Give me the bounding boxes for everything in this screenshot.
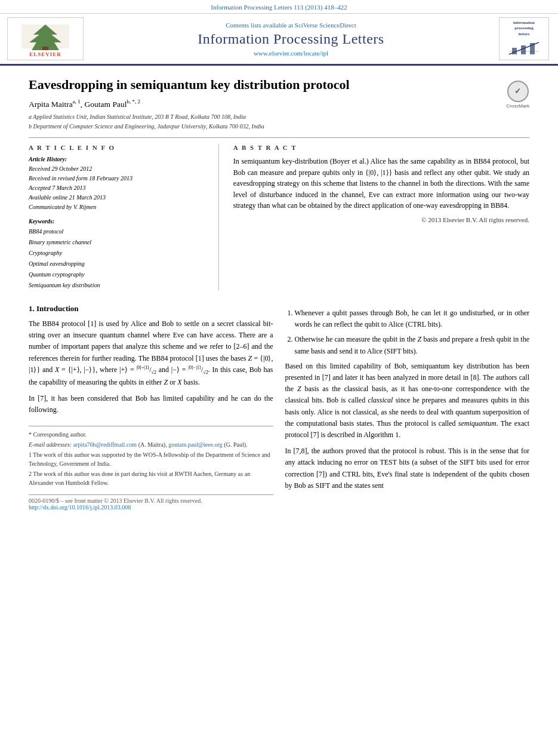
journal-top-bar: Information Processing Letters 113 (2013… bbox=[0, 0, 558, 14]
article-title: Eavesdropping in semiquantum key distrib… bbox=[29, 76, 529, 94]
list-item-2: Otherwise he can measure the qubit in th… bbox=[295, 334, 530, 357]
keywords-section: Keywords: BB84 protocol Binary symmetric… bbox=[29, 218, 209, 291]
author1-name: Arpita Maitra bbox=[29, 99, 73, 108]
kw4: Optimal eavesdropping bbox=[29, 259, 209, 269]
affil-a: a Applied Statistics Unit, Indian Statis… bbox=[29, 112, 529, 122]
svg-rect-7 bbox=[530, 43, 535, 54]
svg-rect-6 bbox=[521, 45, 526, 54]
crossmark-icon: ✓ bbox=[507, 81, 529, 102]
ipl-logo: informationprocessingletters bbox=[497, 17, 551, 60]
crossmark-label: CrossMark bbox=[506, 103, 529, 109]
article-info-heading: A R T I C L E I N F O bbox=[29, 144, 209, 151]
affil-b: b Department of Computer Science and Eng… bbox=[29, 122, 529, 131]
footer-doi[interactable]: http://dx.doi.org/10.1016/j.ipl.2013.03.… bbox=[29, 504, 273, 511]
intro-para2: In [7], it has been considered that Bob … bbox=[29, 393, 273, 416]
footnote-2: 2 The work of this author was done in pa… bbox=[29, 469, 273, 487]
footnote-1: 1 The work of this author was supported … bbox=[29, 450, 273, 468]
received-date: Received 29 October 2012 bbox=[29, 164, 209, 174]
email2[interactable]: goutam.paul@ieee.org bbox=[168, 441, 223, 448]
kw3: Cryptography bbox=[29, 248, 209, 259]
abstract-copyright: © 2013 Elsevier B.V. All rights reserved… bbox=[233, 216, 529, 223]
divider-1 bbox=[29, 137, 529, 138]
journal-center-info: Contents lists available at SciVerse Sci… bbox=[85, 21, 497, 57]
sciverse-link[interactable]: Contents lists available at SciVerse Sci… bbox=[85, 21, 497, 29]
journal-url[interactable]: www.elsevier.com/locate/ipl bbox=[85, 50, 497, 57]
journal-title: Information Processing Letters bbox=[85, 31, 497, 47]
email1[interactable]: arpita76b@rediffmail.com bbox=[73, 441, 137, 448]
accepted-date: Accepted 7 March 2013 bbox=[29, 183, 209, 193]
page-footer: 0020-0190/$ – see front matter © 2013 El… bbox=[29, 494, 273, 511]
elsevier-text: ELSEVIER bbox=[29, 51, 61, 57]
footnote-email: E-mail addresses: arpita76b@rediffmail.c… bbox=[29, 440, 273, 449]
journal-header: ELSEVIER Contents lists available at Sci… bbox=[0, 14, 558, 66]
ipl-logo-title: informationprocessingletters bbox=[513, 20, 535, 36]
section1-heading: 1. Introduction bbox=[29, 304, 273, 314]
authors-line: Arpita Maitraa, 1, Goutam Paulb, *, 2 bbox=[29, 99, 529, 109]
abstract-text: In semiquantum key-distribution (Boyer e… bbox=[233, 156, 529, 211]
intro-para1: The BB84 protocol [1] is used by Alice a… bbox=[29, 318, 273, 388]
kw1: BB84 protocol bbox=[29, 226, 209, 237]
footnote-star: * Corresponding author. bbox=[29, 430, 273, 439]
info-abstract-cols: A R T I C L E I N F O Article History: R… bbox=[29, 144, 529, 291]
sciverse-text: SciVerse ScienceDirect bbox=[295, 21, 356, 29]
footer-issn: 0020-0190/$ – see front matter © 2013 El… bbox=[29, 497, 273, 504]
ipl-logo-graph bbox=[506, 39, 542, 57]
revised-date: Received in revised form 18 February 201… bbox=[29, 174, 209, 183]
elsevier-tree-image bbox=[19, 21, 72, 51]
footnote-area: * Corresponding author. E-mail addresses… bbox=[29, 426, 273, 487]
kw2: Binary symmetric channel bbox=[29, 237, 209, 248]
main-right-col: Whenever a qubit passes through Bob, he … bbox=[285, 304, 530, 511]
bob-capabilities-list: Whenever a qubit passes through Bob, he … bbox=[295, 308, 530, 357]
available-date: Available online 21 March 2013 bbox=[29, 193, 209, 202]
history-title: Article History: bbox=[29, 156, 209, 162]
author1-sup: a, 1 bbox=[73, 99, 81, 105]
article-info-col: A R T I C L E I N F O Article History: R… bbox=[29, 144, 219, 291]
author2-sup: b, *, 2 bbox=[127, 99, 140, 105]
main-content-cols: 1. Introduction The BB84 protocol [1] is… bbox=[29, 304, 529, 511]
abstract-heading: A B S T R A C T bbox=[233, 144, 529, 151]
svg-rect-2 bbox=[42, 47, 48, 50]
journal-citation: Information Processing Letters 113 (2013… bbox=[211, 4, 347, 11]
kw5: Quantum cryptography bbox=[29, 269, 209, 280]
crossmark-badge: ✓ CrossMark bbox=[506, 81, 529, 109]
affiliations: a Applied Statistics Unit, Indian Statis… bbox=[29, 112, 529, 131]
list-item-1: Whenever a qubit passes through Bob, he … bbox=[295, 308, 530, 330]
right-para1: Based on this limited capability of Bob,… bbox=[285, 361, 530, 441]
elsevier-logo: ELSEVIER bbox=[7, 17, 85, 60]
main-left-col: 1. Introduction The BB84 protocol [1] is… bbox=[29, 304, 273, 511]
communicated-by: Communicated by V. Rijmen bbox=[29, 202, 209, 212]
author2-name: , Goutam Paul bbox=[81, 99, 127, 108]
kw6: Semiquantum key distribution bbox=[29, 280, 209, 291]
abstract-col: A B S T R A C T In semiquantum key-distr… bbox=[233, 144, 529, 291]
keywords-title: Keywords: bbox=[29, 218, 209, 225]
right-para2: In [7,8], the authors proved that the pr… bbox=[285, 445, 530, 491]
paper-body: Eavesdropping in semiquantum key distrib… bbox=[0, 66, 558, 523]
svg-rect-5 bbox=[512, 48, 517, 54]
